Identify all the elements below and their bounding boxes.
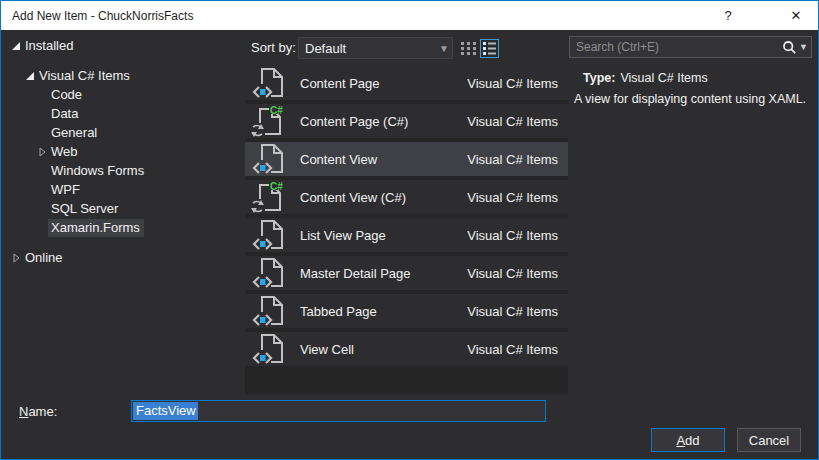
template-item-category: Visual C# Items xyxy=(467,152,558,167)
template-list-item[interactable]: C# Tabbed Page Visual C# Items xyxy=(245,294,568,328)
tree-arrow[interactable] xyxy=(25,71,39,81)
template-item-category: Visual C# Items xyxy=(467,76,558,91)
name-input-selected-text: FactsView xyxy=(133,402,198,420)
template-list-item[interactable]: C# Content Page Visual C# Items xyxy=(245,66,568,100)
list-view-button[interactable] xyxy=(480,39,499,58)
xaml-page-icon xyxy=(250,295,288,327)
details-panel: ▼ Type:Visual C# Items A view for displa… xyxy=(568,30,818,394)
sidebar-item[interactable]: Code xyxy=(1,85,245,104)
svg-text:C#: C# xyxy=(270,181,283,192)
small-icons-view-button[interactable] xyxy=(459,39,477,57)
search-icon xyxy=(782,40,797,55)
csharp-page-icon: C# xyxy=(250,181,288,213)
sidebar-item[interactable]: Xamarin.Forms xyxy=(1,218,245,237)
tree-arrow[interactable] xyxy=(37,166,51,176)
item-description: A view for displaying content using XAML… xyxy=(574,92,814,106)
sort-dropdown[interactable]: Default ▼ xyxy=(298,37,453,59)
template-item-icon: C# xyxy=(250,219,292,251)
template-item-category: Visual C# Items xyxy=(467,266,558,281)
template-item-category: Visual C# Items xyxy=(467,304,558,319)
template-item-icon: C# xyxy=(250,105,292,137)
template-item-category: Visual C# Items xyxy=(467,190,558,205)
sidebar-item-label: Visual C# Items xyxy=(39,68,130,83)
search-box[interactable]: ▼ xyxy=(569,36,812,58)
template-list-item[interactable]: C# View Cell Visual C# Items xyxy=(245,332,568,366)
cancel-button[interactable]: Cancel xyxy=(737,428,801,452)
template-item-name: Tabbed Page xyxy=(300,304,467,319)
name-label: Name: xyxy=(19,404,57,419)
template-item-icon: C# xyxy=(250,181,292,213)
template-item-name: Content Page xyxy=(300,76,467,91)
expanded-triangle-icon xyxy=(11,41,21,51)
xaml-page-icon xyxy=(250,143,288,175)
template-list-item[interactable]: C# Content Page (C#) Visual C# Items xyxy=(245,104,568,138)
template-item-category: Visual C# Items xyxy=(467,342,558,357)
type-value: Visual C# Items xyxy=(620,71,707,85)
center-column: Sort by: Default ▼ xyxy=(245,30,568,394)
sidebar-item[interactable]: Web xyxy=(1,142,245,161)
tree-arrow[interactable] xyxy=(37,90,51,100)
sort-toolbar: Sort by: Default ▼ xyxy=(245,30,568,66)
template-item-name: List View Page xyxy=(300,228,467,243)
grid-icon xyxy=(461,42,476,55)
collapsed-triangle-icon xyxy=(11,253,21,263)
type-label: Type: xyxy=(583,71,615,85)
sidebar-item[interactable]: Online xyxy=(1,248,245,267)
window-title: Add New Item - ChuckNorrisFacts xyxy=(12,9,193,23)
category-tree: Installed Visual C# Items Code Data Gene… xyxy=(1,30,245,394)
tree-arrow[interactable] xyxy=(37,204,51,214)
xaml-page-icon xyxy=(250,67,288,99)
list-view-icon xyxy=(483,42,496,55)
template-item-name: View Cell xyxy=(300,342,467,357)
template-item-icon: C# xyxy=(250,143,292,175)
sidebar-item[interactable]: WPF xyxy=(1,180,245,199)
tree-arrow[interactable] xyxy=(37,128,51,138)
close-button[interactable]: ✕ xyxy=(779,1,813,30)
name-input[interactable]: FactsView xyxy=(131,400,546,422)
template-list-item[interactable]: C# Master Detail Page Visual C# Items xyxy=(245,256,568,290)
add-button[interactable]: Add xyxy=(651,428,725,452)
search-input[interactable] xyxy=(570,40,782,54)
sort-dropdown-value: Default xyxy=(299,41,436,56)
xaml-page-icon xyxy=(250,257,288,289)
sort-by-label: Sort by: xyxy=(251,40,296,55)
template-list-item[interactable]: C# Content View Visual C# Items xyxy=(245,142,568,176)
template-item-category: Visual C# Items xyxy=(467,228,558,243)
sidebar-item[interactable]: SQL Server xyxy=(1,199,245,218)
sidebar-item[interactable]: Windows Forms xyxy=(1,161,245,180)
template-list-item[interactable]: C# List View Page Visual C# Items xyxy=(245,218,568,252)
sidebar-item-label: SQL Server xyxy=(51,201,118,216)
template-list-item[interactable]: C# Content View (C#) Visual C# Items xyxy=(245,180,568,214)
xaml-page-icon xyxy=(250,219,288,251)
search-icon-group[interactable]: ▼ xyxy=(782,40,808,55)
help-button[interactable]: ? xyxy=(710,1,746,30)
template-item-icon: C# xyxy=(250,295,292,327)
sidebar-item[interactable]: Data xyxy=(1,104,245,123)
tree-arrow[interactable] xyxy=(37,147,51,157)
tree-arrow[interactable] xyxy=(11,41,25,51)
template-item-name: Content View (C#) xyxy=(300,190,467,205)
footer: Name: FactsView Add Cancel xyxy=(1,394,818,459)
sidebar-item-label: General xyxy=(51,125,97,140)
collapsed-triangle-icon xyxy=(37,147,47,157)
add-new-item-dialog: Add New Item - ChuckNorrisFacts ? ✕ Inst… xyxy=(0,0,819,460)
tree-arrow[interactable] xyxy=(11,253,25,263)
template-item-icon: C# xyxy=(250,257,292,289)
sidebar-item-label: Web xyxy=(51,144,78,159)
sidebar-item[interactable]: Visual C# Items xyxy=(1,66,245,85)
sidebar-item-label: Windows Forms xyxy=(51,163,144,178)
tree-arrow[interactable] xyxy=(37,185,51,195)
csharp-page-icon: C# xyxy=(250,105,288,137)
sidebar-item[interactable]: General xyxy=(1,123,245,142)
tree-arrow[interactable] xyxy=(37,109,51,119)
sidebar-item-label: Installed xyxy=(25,38,73,53)
title-bar[interactable]: Add New Item - ChuckNorrisFacts ? ✕ xyxy=(1,1,818,30)
type-line: Type:Visual C# Items xyxy=(583,71,708,85)
sidebar-item-label: Online xyxy=(25,250,63,265)
template-item-icon: C# xyxy=(250,333,292,365)
template-item-icon: C# xyxy=(250,67,292,99)
xaml-page-icon xyxy=(250,333,288,365)
chevron-down-icon: ▼ xyxy=(436,43,452,54)
sidebar-item[interactable]: Installed xyxy=(1,36,245,55)
template-item-name: Master Detail Page xyxy=(300,266,467,281)
